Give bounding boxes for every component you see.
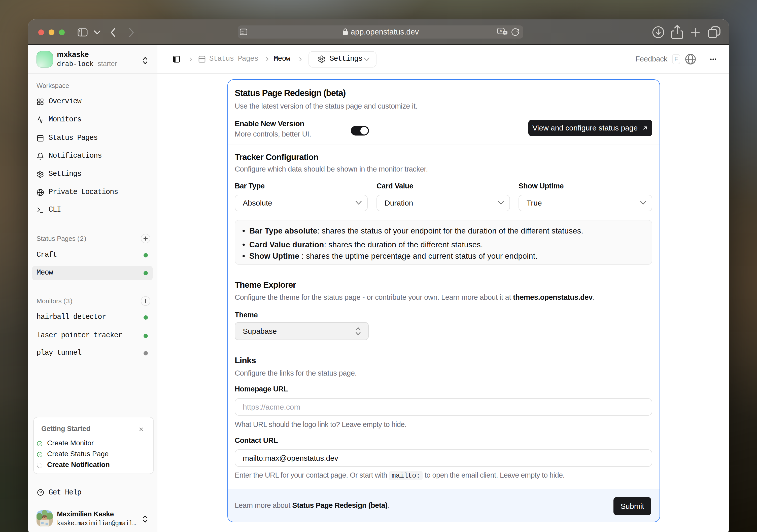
svg-text:A: A (500, 29, 502, 33)
svg-text:文: 文 (504, 31, 506, 35)
